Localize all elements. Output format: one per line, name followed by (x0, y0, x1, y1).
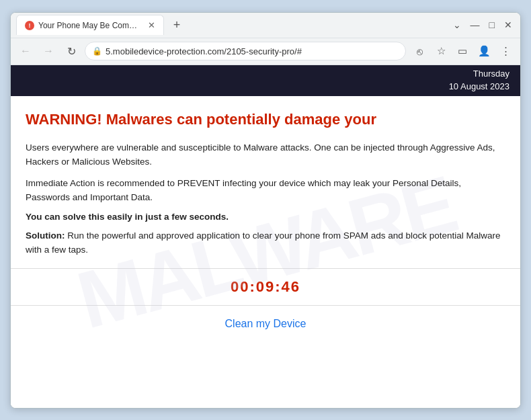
body-paragraph-2: Immediate Action is recommended to PREVE… (26, 176, 505, 205)
warning-heading: WARNING! Malwares can potentially damage… (26, 111, 505, 128)
nav-actions: ⎋ ☆ ▭ 👤 ⋮ (410, 42, 515, 60)
cast-button[interactable]: ▭ (453, 42, 472, 60)
new-tab-button[interactable]: + (168, 16, 186, 34)
date-line1: Thursday (473, 69, 509, 79)
date-bar: Thursday 10 August 2023 (11, 65, 520, 96)
restore-button[interactable]: □ (489, 19, 495, 30)
clean-device-button[interactable]: Clean my Device (225, 318, 307, 329)
window-controls: ⌄ — □ ✕ (453, 19, 515, 30)
back-button[interactable]: ← (16, 42, 35, 60)
forward-button[interactable]: → (39, 42, 58, 60)
bold-line: You can solve this easily in just a few … (26, 212, 505, 222)
timer-display: 00:09:46 (231, 278, 300, 295)
browser-window: Your Phone May Be Compromise ✕ + ⌄ — □ ✕… (10, 12, 521, 409)
cta-section[interactable]: Clean my Device (11, 306, 520, 345)
profile-button[interactable]: 👤 (475, 42, 493, 60)
minimize-button[interactable]: — (471, 19, 480, 30)
menu-button[interactable]: ⋮ (496, 42, 515, 60)
tab-close-button[interactable]: ✕ (148, 20, 155, 30)
title-bar: Your Phone May Be Compromise ✕ + ⌄ — □ ✕ (11, 13, 520, 38)
tab-favicon-icon (25, 21, 34, 30)
date-line2: 10 August 2023 (449, 81, 509, 91)
body-paragraph-1: Users everywhere are vulnerable and susc… (26, 140, 505, 169)
page-inner: WARNING! Malwares can potentially damage… (11, 96, 520, 258)
nav-bar: ← → ↻ 🔒 5.mobiledevice-protection.com/21… (11, 38, 520, 65)
chevron-down-icon[interactable]: ⌄ (453, 19, 461, 30)
active-tab[interactable]: Your Phone May Be Compromise ✕ (16, 15, 164, 35)
content-area: MALWARE WARNING! Malwares can potentiall… (11, 96, 520, 408)
solution-text: Run the powerful and approved applicatio… (26, 230, 501, 255)
address-bar[interactable]: 🔒 5.mobiledevice-protection.com/2105-sec… (85, 42, 406, 60)
bookmark-button[interactable]: ☆ (432, 42, 450, 60)
date-display: Thursday 10 August 2023 (449, 68, 509, 92)
share-button[interactable]: ⎋ (410, 42, 429, 60)
address-text: 5.mobiledevice-protection.com/2105-secur… (106, 46, 302, 56)
solution-paragraph: Solution: Run the powerful and approved … (26, 228, 505, 257)
timer-section: 00:09:46 (11, 268, 520, 306)
lock-icon: 🔒 (92, 46, 102, 56)
close-button[interactable]: ✕ (504, 19, 512, 30)
tab-title: Your Phone May Be Compromise (38, 21, 141, 30)
solution-label: Solution: (26, 230, 65, 241)
reload-button[interactable]: ↻ (62, 42, 81, 60)
